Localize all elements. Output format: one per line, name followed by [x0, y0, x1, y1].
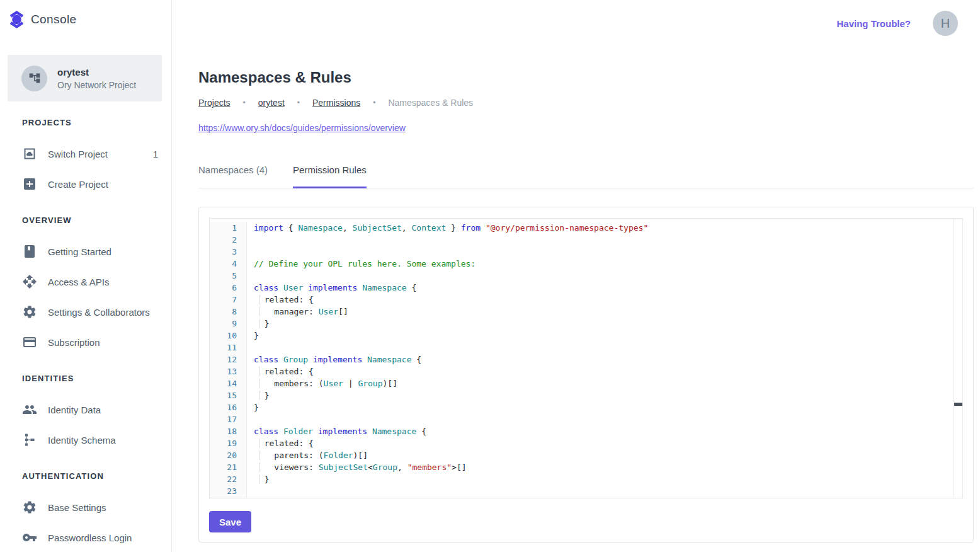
- tab-namespaces-4[interactable]: Namespaces (4): [198, 164, 268, 188]
- code-text: members: (User | Group)[]: [247, 377, 397, 389]
- code-text: }: [247, 330, 259, 342]
- line-number: 9: [210, 318, 247, 330]
- breadcrumb-orytest[interactable]: orytest: [258, 98, 285, 108]
- sidebar-item-label: Settings & Collaborators: [48, 307, 158, 318]
- credit-card-icon: [22, 335, 37, 350]
- line-number: 20: [210, 449, 247, 461]
- editor-card: 1import { Namespace, SubjectSet, Context…: [198, 207, 974, 543]
- code-line: 15 }: [210, 389, 962, 401]
- sidebar-item-base-settings[interactable]: Base Settings: [0, 492, 171, 522]
- code-line: 10}: [210, 330, 962, 342]
- sidebar-item-create-project[interactable]: Create Project: [0, 169, 171, 199]
- code-line: 8 manager: User[]: [210, 306, 962, 318]
- having-trouble-link[interactable]: Having Trouble?: [836, 18, 911, 29]
- code-line: 12class Group implements Namespace {: [210, 354, 962, 365]
- code-line: 18class Folder implements Namespace {: [210, 425, 962, 437]
- sidebar-item-identity-schema[interactable]: Identity Schema: [0, 425, 171, 455]
- nav-section-title-authentication: AUTHENTICATION: [22, 471, 171, 481]
- line-number: 19: [210, 437, 247, 449]
- code-line: 21 viewers: SubjectSet<Group, "members">…: [210, 461, 962, 473]
- code-text: }: [247, 389, 269, 401]
- code-text: parents: (Folder)[]: [247, 449, 368, 461]
- gear-icon: [22, 500, 37, 515]
- key-icon: [22, 530, 37, 545]
- sidebar-item-passwordless-login[interactable]: Passwordless Login: [0, 522, 171, 552]
- line-number: 1: [210, 222, 247, 234]
- sidebar-item-subscription[interactable]: Subscription: [0, 327, 171, 357]
- code-line: 3: [210, 246, 962, 258]
- line-number: 8: [210, 306, 247, 318]
- code-line: 20 parents: (Folder)[]: [210, 449, 962, 461]
- code-text: [247, 342, 254, 354]
- app-title: Console: [31, 13, 77, 26]
- code-line: 2: [210, 234, 962, 246]
- ory-logo-icon: [9, 10, 25, 29]
- line-number: 17: [210, 413, 247, 425]
- sidebar: Console orytest Ory Network Project PROJ…: [0, 0, 172, 552]
- sidebar-item-badge: 1: [153, 149, 158, 159]
- gear-icon: [22, 304, 37, 319]
- code-line: 6class User implements Namespace {: [210, 282, 962, 294]
- code-lines: 1import { Namespace, SubjectSet, Context…: [210, 222, 962, 498]
- breadcrumb-permissions[interactable]: Permissions: [312, 98, 360, 108]
- code-line: 11: [210, 342, 962, 354]
- line-number: 21: [210, 461, 247, 473]
- code-text: }: [247, 473, 269, 485]
- code-line: 13 related: {: [210, 365, 962, 377]
- code-text: related: {: [247, 437, 314, 449]
- code-line: 16}: [210, 401, 962, 413]
- code-text: import { Namespace, SubjectSet, Context …: [247, 222, 648, 234]
- line-number: 12: [210, 354, 247, 365]
- nav-section-title-projects: PROJECTS: [22, 118, 171, 127]
- app-root: Console orytest Ory Network Project PROJ…: [0, 0, 980, 552]
- sidebar-nav: PROJECTSSwitch Project1Create ProjectOVE…: [0, 118, 171, 552]
- project-selector[interactable]: orytest Ory Network Project: [8, 55, 162, 101]
- code-text: }: [247, 318, 269, 330]
- code-text: // Define your OPL rules here. Some exam…: [247, 258, 476, 270]
- nav-section-title-overview: OVERVIEW: [22, 216, 171, 225]
- scrollbar-thumb[interactable]: [954, 403, 962, 406]
- line-number: 10: [210, 330, 247, 342]
- sidebar-item-switch-project[interactable]: Switch Project1: [0, 139, 171, 169]
- line-number: 6: [210, 282, 247, 294]
- breadcrumb-namespaces-rules: Namespaces & Rules: [388, 98, 473, 108]
- line-number: 13: [210, 365, 247, 377]
- doc-link[interactable]: https://www.ory.sh/docs/guides/permissio…: [198, 123, 406, 133]
- code-text: [247, 270, 254, 282]
- line-number: 22: [210, 473, 247, 485]
- sidebar-item-getting-started[interactable]: Getting Started: [0, 236, 171, 267]
- code-text: [247, 246, 254, 258]
- code-line: 17: [210, 413, 962, 425]
- line-number: 11: [210, 342, 247, 354]
- line-number: 24: [210, 497, 247, 498]
- line-number: 18: [210, 425, 247, 437]
- code-text: related: {: [247, 365, 314, 377]
- line-number: 3: [210, 246, 247, 258]
- code-line: 5: [210, 270, 962, 282]
- move-arrows-icon: [22, 274, 37, 289]
- code-line: 7 related: {: [210, 294, 962, 306]
- code-editor[interactable]: 1import { Namespace, SubjectSet, Context…: [209, 218, 963, 498]
- code-line: 22 }: [210, 473, 962, 485]
- line-number: 23: [210, 485, 247, 497]
- line-number: 15: [210, 389, 247, 401]
- logo-home-link[interactable]: Console: [0, 0, 171, 29]
- line-number: 7: [210, 294, 247, 306]
- user-avatar[interactable]: H: [933, 11, 958, 36]
- sidebar-item-label: Access & APIs: [48, 277, 158, 287]
- save-button[interactable]: Save: [209, 511, 251, 532]
- sidebar-item-label: Switch Project: [48, 149, 153, 159]
- tab-permission-rules[interactable]: Permission Rules: [293, 164, 367, 188]
- sidebar-item-settings-collaborators[interactable]: Settings & Collaborators: [0, 297, 171, 327]
- sidebar-item-identity-data[interactable]: Identity Data: [0, 394, 171, 425]
- code-text: [247, 413, 254, 425]
- breadcrumb-projects[interactable]: Projects: [198, 98, 231, 108]
- project-avatar: [21, 66, 47, 91]
- code-text: [247, 485, 254, 497]
- nav-section-title-identities: IDENTITIES: [22, 374, 171, 383]
- editor-scrollbar[interactable]: [954, 219, 962, 498]
- code-text: [247, 234, 254, 246]
- code-line: 1import { Namespace, SubjectSet, Context…: [210, 222, 962, 234]
- sidebar-item-access-apis[interactable]: Access & APIs: [0, 267, 171, 297]
- people-icon: [22, 402, 37, 417]
